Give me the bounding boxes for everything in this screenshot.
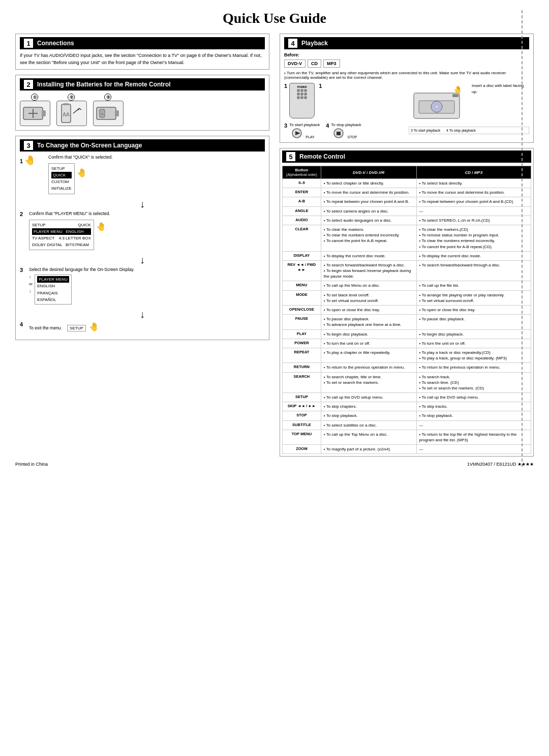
cd-cell: • To search forward/backward through a d… (416, 260, 531, 281)
cut-line (522, 10, 523, 467)
dvd-cell: • To display the current disc mode. (321, 251, 416, 260)
step3-content: Select the desired language for the On-S… (29, 267, 265, 305)
btn-cell: ZOOM (283, 445, 321, 454)
step-num-1: 1 (20, 158, 23, 164)
table-row: MODE• To set black level on/off. • To se… (283, 290, 531, 305)
battery-icon-1 (20, 101, 50, 126)
step4-to-stop: To stop playback (331, 123, 361, 127)
setup-label: SETUP (67, 325, 86, 331)
battery-step-1: ① (20, 94, 50, 127)
step4-content: To exit the menu. SETUP 🤚 (29, 321, 265, 332)
remote-mini: POWER (289, 83, 315, 118)
play-step4-num: 4 (326, 123, 329, 129)
playback-before-row: DVD-V CD MP3 (284, 59, 529, 68)
remote-btn (300, 96, 303, 99)
dvd-cell: • To call up the Top Menu on a disc. (321, 430, 416, 444)
dvd-cell: • To pause disc playback. • To advance p… (321, 315, 416, 329)
play-step1-num-right: 1 (319, 83, 322, 89)
step-num-4: 4 (20, 321, 23, 327)
battery-icon-2: AA (56, 101, 87, 126)
arrow-2: ↓ (20, 254, 265, 266)
dvd-cell: • To select chapter or title directly. (321, 179, 416, 188)
cd-col-label: CD (465, 170, 471, 175)
section-playback: 4 Playback Before: DVD-V CD MP3 • Turn o… (280, 34, 534, 143)
dvd-cell: • To call up the DVD setup menu. (321, 393, 416, 402)
btn-cell: A-B (283, 197, 321, 206)
table-row: 0–9• To select chapter or title directly… (283, 179, 531, 188)
step2-label: Insert a disc with label facing up. (472, 83, 524, 94)
table-row: DISPLAY• To display the current disc mod… (283, 251, 531, 260)
dvd-cell: • To return to the previous operation in… (321, 363, 416, 372)
mp3-col-label: MP3 (474, 170, 482, 175)
step2-text: Confirm that "PLAYER MENU" is selected. (29, 211, 110, 216)
table-row: SEARCH• To search chapter, title or time… (283, 372, 531, 393)
btn-cell: RETURN (283, 363, 321, 372)
svg-rect-20 (452, 94, 459, 97)
step2-content: Confirm that "PLAYER MENU" is selected. … (29, 211, 265, 251)
step3-note-label: 3 (411, 129, 413, 132)
step3-note: 3 To start playback 4 To stop playback (409, 127, 529, 134)
cd-cell: • To select STEREO, L-ch or R-ch.(CD) (416, 216, 531, 225)
dvd-cell: • To move the cursor and determine its p… (321, 188, 416, 197)
footer: Printed in China 1VMN20407 / E6121UD ★★★… (15, 462, 534, 467)
battery-step-2: ② AA (56, 94, 87, 127)
tray-illustration: 🤚 (409, 83, 470, 125)
or-text: or (29, 281, 33, 287)
btn-cell: POWER (283, 339, 321, 348)
btn-cell: PAUSE (283, 315, 321, 329)
btn-cell: OPEN/CLOSE (283, 306, 321, 315)
remote-table-body: 0–9• To select chapter or title directly… (283, 179, 531, 454)
dvdvr-col-label: DVD-VR (369, 170, 385, 175)
step-num-3: 3 (20, 267, 23, 273)
cd-cell: — (416, 420, 531, 430)
dvd-cell: • To call up the Menu on a disc. (321, 281, 416, 290)
player-menu-item: PLAYER MENU ENGLISH (32, 228, 91, 235)
section3-num: 3 (24, 141, 33, 150)
table-row: ENTER• To move the cursor and determine … (283, 188, 531, 197)
btn-cell: MODE (283, 290, 321, 305)
playback-right: 🤚 Insert a disc with label facing up. 3 … (409, 83, 529, 139)
section-remote-control: 5 Remote Control Button(Alphabetical ord… (280, 148, 534, 457)
disc-tray-section: 🤚 Insert a disc with label facing up. (409, 83, 529, 125)
dvd-cell: • To begin disc playback. (321, 329, 416, 339)
cd-cell: • To skip tracks. (416, 402, 531, 411)
stop-btn-img: STOP (331, 128, 361, 139)
remote-btn (297, 96, 300, 99)
play-step3-num: 3 (284, 123, 287, 129)
section2-num: 2 (24, 80, 33, 89)
left-column: 1 Connections If your TV has AUDIO/VIDEO… (15, 34, 269, 457)
lang-player-menu: PLAYER MENU (37, 276, 69, 283)
btn-cell: PLAY (283, 329, 321, 339)
dvd-icon: DVD-V (284, 59, 306, 68)
table-header: Button(Alphabetical order) DVD-V / DVD-V… (283, 166, 531, 179)
play-label: PLAY (306, 135, 314, 139)
page-title: Quick Use Guide (15, 10, 534, 26)
svg-rect-5 (64, 103, 69, 105)
before-label: Before: (284, 52, 299, 57)
custom-menu-item: CUSTOM (51, 178, 72, 185)
cd-cell: • To begin disc playback. (416, 329, 531, 339)
cd-cell: • To select track directly. (416, 179, 531, 188)
section-connections: 1 Connections If your TV has AUDIO/VIDEO… (15, 34, 269, 70)
dvd-cell: • To stop playback. (321, 411, 416, 420)
remote-btn (304, 93, 307, 96)
lang-step-4: 4 To exit the menu. SETUP 🤚 (20, 321, 265, 332)
power-hand-icon: 🤚 (24, 155, 36, 165)
cd-cell: • To arrange the playing order or play r… (416, 290, 531, 305)
quick-menu-item: QUICK (51, 172, 72, 178)
table-row: ZOOM• To magnify part of a picture. (x2/… (283, 445, 531, 454)
section1-label: Connections (37, 40, 74, 47)
lang-english: ENGLISH (37, 283, 69, 289)
section5-header: 5 Remote Control (282, 150, 531, 163)
table-row: OPEN/CLOSE• To open or close the disc tr… (283, 306, 531, 315)
cd-cell: • To repeat between your chosen point A … (416, 197, 531, 206)
lang-step-3: 3 Select the desired language for the On… (20, 267, 265, 305)
svg-text:AA: AA (63, 112, 70, 117)
table-row: PLAY• To begin disc playback.• To begin … (283, 329, 531, 339)
btn-cell: ENTER (283, 188, 321, 197)
disc-type-icons: DVD-V CD MP3 (284, 59, 340, 68)
table-row: SUBTITLE• To select subtitles on a disc.… (283, 420, 531, 430)
insert-disc-text: Insert a disc with label facing up. (472, 83, 529, 95)
battery-step-3: ③ + (93, 94, 124, 127)
play-step1-num: 1 (284, 83, 287, 89)
